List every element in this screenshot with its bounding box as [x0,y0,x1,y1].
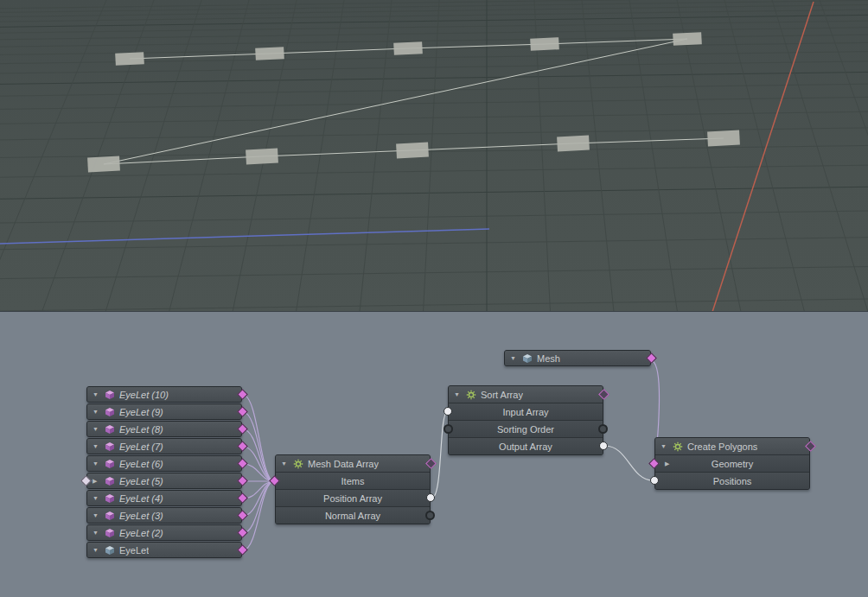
node-sort-array[interactable]: ▼ Sort Array Input Array Sorting Order O… [448,385,603,455]
collapse-arrow-icon[interactable]: ▼ [93,460,100,467]
node-title: EyeLet (5) [119,476,163,486]
mesh-instance-icon [105,476,115,486]
application-window: ▼ EyeLet (10) ▼ EyeLet (9) ▼ EyeLet (8) [0,0,868,597]
collapse-arrow-icon[interactable]: ▼ [281,460,289,467]
node-title: Mesh [537,353,560,364]
collapse-arrow-icon[interactable]: ▼ [93,547,100,553]
schematic-view[interactable]: ▼ EyeLet (10) ▼ EyeLet (9) ▼ EyeLet (8) [0,311,868,597]
mesh-instance-icon [105,424,115,435]
channel-row-position-array[interactable]: Position Array [276,490,430,507]
collapse-arrow-icon[interactable]: ▼ [93,512,100,518]
node-title: EyeLet (8) [119,424,163,435]
node-eyelet-7[interactable]: ▼ EyeLet (7) [86,438,242,454]
node-eyelet-4[interactable]: ▼ EyeLet (4) [86,490,242,506]
mesh-instance-icon [105,390,115,400]
position-array-output-port[interactable] [426,493,435,502]
wire-eyelet6-items [243,464,274,481]
mesh-item-icon [522,353,533,364]
normal-array-output-port[interactable] [425,511,435,520]
mesh-instance-icon [105,493,115,504]
wire-eyelet9-items [243,412,274,481]
collapse-arrow-icon[interactable]: ▼ [454,391,462,397]
mesh-item-icon [105,545,115,556]
node-eyelet[interactable]: ▼ EyeLet [86,542,242,558]
channel-row-output-array[interactable]: Output Array [449,438,603,454]
viewport-3d[interactable] [0,0,868,311]
channel-label: Positions [713,476,752,486]
wire-eyelet3-items [243,481,274,516]
collapse-arrow-icon[interactable]: ▼ [93,443,100,449]
mesh-quad[interactable] [246,149,278,165]
gear-icon [466,390,476,400]
node-eyelet-5[interactable]: ▶ EyeLet (5) [86,473,242,489]
mesh-quad[interactable] [393,41,423,55]
mesh-quad[interactable] [707,130,740,147]
channel-label: Items [341,476,365,486]
expand-arrow-icon[interactable]: ▶ [665,460,669,467]
node-eyelet-9[interactable]: ▼ EyeLet (9) [86,403,242,420]
node-mesh-data-array[interactable]: ▼ Mesh Data Array Items Position Array N… [275,454,431,524]
mesh-quad[interactable] [396,143,429,159]
mesh-instance-icon [105,528,115,538]
sorting-order-input-port[interactable] [444,424,453,434]
channel-row-geometry[interactable]: ▶ Geometry [655,455,809,473]
node-eyelet-3[interactable]: ▼ EyeLet (3) [86,507,242,524]
mesh-quad[interactable] [557,136,590,152]
mesh-instance-icon [105,459,115,469]
wire-eyelet4-items [243,481,274,499]
node-eyelet-10[interactable]: ▼ EyeLet (10) [86,386,242,403]
mesh-quad[interactable] [255,47,284,60]
channel-label: Normal Array [325,511,380,521]
node-eyelet-6[interactable]: ▼ EyeLet (6) [86,455,242,472]
collapse-arrow-icon[interactable]: ▼ [93,391,100,397]
channel-row-positions[interactable]: Positions [655,473,809,489]
channel-label: Position Array [323,493,382,504]
gear-icon [293,459,303,469]
node-title: EyeLet (9) [119,407,163,417]
node-eyelet-8[interactable]: ▼ EyeLet (8) [86,421,242,437]
mesh-instance-icon [105,407,115,417]
wire-eyelet7-items [243,447,274,481]
mesh-quad[interactable] [673,32,702,46]
sorting-order-output-port[interactable] [598,424,608,434]
node-title: EyeLet (2) [119,528,163,538]
axis-x-line [712,2,814,312]
positions-input-port[interactable] [650,476,659,485]
node-title: EyeLet (10) [119,390,169,400]
mesh-quad[interactable] [87,156,120,173]
mesh-instance-icon [105,511,115,521]
node-title: EyeLet (4) [119,493,163,504]
wire-eyelet8-items [243,429,274,481]
wire-eyelet2-items [243,481,274,533]
collapse-arrow-icon[interactable]: ▼ [93,495,100,501]
node-eyelet-2[interactable]: ▼ EyeLet (2) [86,524,242,541]
node-title: EyeLet (7) [119,441,163,452]
node-title: EyeLet [119,545,149,556]
node-title: Mesh Data Array [308,459,379,469]
node-mesh[interactable]: ▼ Mesh [504,350,651,366]
wire-eyelet10-items [243,395,274,481]
node-create-polygons[interactable]: ▼ Create Polygons ▶ Geometry Positions [654,437,810,490]
node-title: EyeLet (3) [119,511,163,521]
mesh-quad[interactable] [115,52,144,66]
channel-label: Geometry [712,459,753,469]
channel-row-input-array[interactable]: Input Array [449,403,603,421]
wire-outputarray-positions [605,446,653,480]
collapse-arrow-icon[interactable]: ▼ [93,426,100,432]
collapse-arrow-icon[interactable]: ▼ [93,530,100,536]
channel-row-items[interactable]: Items [276,473,430,490]
collapse-arrow-icon[interactable]: ▼ [93,409,100,415]
channel-row-normal-array[interactable]: Normal Array [276,507,430,524]
collapse-arrow-icon[interactable]: ▼ [661,443,668,449]
axis-z-line [0,229,489,244]
gear-icon [673,441,683,452]
wire-eyelet-items [243,481,274,550]
viewport-canvas [0,0,868,312]
channel-label: Sorting Order [497,424,554,435]
input-array-port[interactable] [444,407,452,416]
output-array-port[interactable] [599,441,608,450]
channel-row-sorting-order[interactable]: Sorting Order [449,421,603,438]
collapse-arrow-icon[interactable]: ▼ [510,355,518,361]
expand-arrow-icon[interactable]: ▶ [93,478,100,484]
mesh-quad[interactable] [530,37,559,51]
